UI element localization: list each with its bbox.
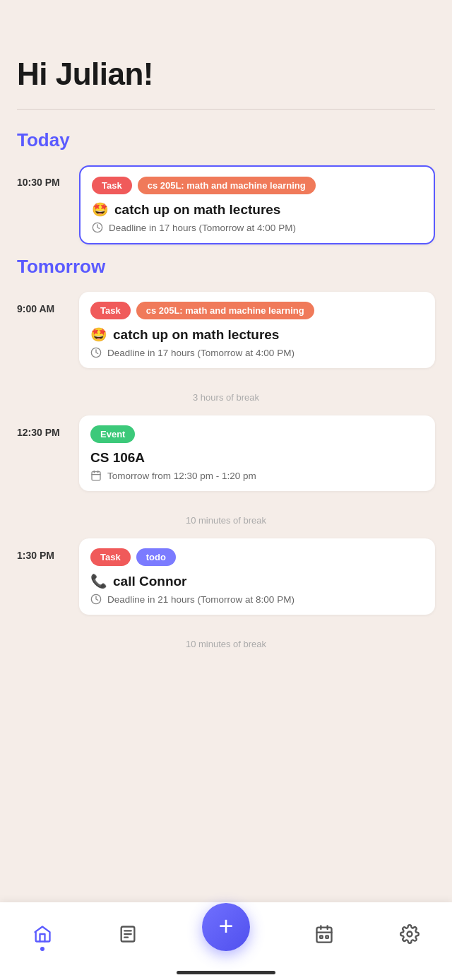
card-title-math-lectures-tomorrow: 🤩 catch up on math lectures [90,326,424,343]
emoji-tired-1: 🤩 [92,201,109,218]
clock-icon-2 [90,347,102,358]
tag-group-1: Task cs 205L: math and machine learning [92,177,422,194]
home-svg [32,924,52,944]
svg-point-17 [407,932,412,937]
tag-event-1: Event [90,425,135,443]
calendar-nav-svg [314,924,334,944]
time-label-1230pm: 12:30 PM [17,415,68,438]
tag-group-3: Event [90,425,424,443]
svg-rect-15 [320,935,323,938]
nav-tasks[interactable] [117,923,139,945]
emoji-phone: 📞 [90,573,107,589]
time-label-130pm: 1:30 PM [17,538,68,561]
tag-task-2: Task [90,302,131,319]
home-indicator-bar [177,971,275,974]
clock-icon-3 [90,594,102,605]
task-card-tomorrow-math[interactable]: Task cs 205L: math and machine learning … [79,292,435,368]
home-active-dot [40,947,44,951]
card-subtitle-deadline-2: Deadline in 17 hours (Tomorrow at 4:00 P… [90,347,424,358]
card-title-cs106a: CS 106A [90,450,424,466]
tag-task-1: Task [92,177,132,194]
clock-icon-1 [92,222,103,233]
schedule-item-tomorrow-cs106a[interactable]: 12:30 PM Event CS 106A Tomorrow from 12:… [17,415,435,491]
nav-fab-container: + [202,910,250,958]
calendar-icon-1 [90,470,102,481]
nav-calendar[interactable] [313,923,335,945]
nav-settings[interactable] [398,923,421,945]
svg-rect-11 [316,928,331,943]
tasks-icon [117,923,139,945]
home-icon [31,923,54,945]
tag-group-4: Task todo [90,548,424,566]
schedule-item-tomorrow-1[interactable]: 9:00 AM Task cs 205L: math and machine l… [17,292,435,368]
header-divider [17,109,435,110]
card-subtitle-cs106a: Tomorrow from 12:30 pm - 1:20 pm [90,470,424,481]
tag-task-3: Task [90,548,131,566]
section-today: Today 10:30 PM Task cs 205L: math and ma… [17,129,435,244]
event-card-cs106a[interactable]: Event CS 106A Tomorrow from 12:30 pm - 1… [79,415,435,491]
tag-todo-1: todo [136,548,176,566]
card-title-call-connor: 📞 call Connor [90,573,424,589]
card-title-math-lectures-today: 🤩 catch up on math lectures [92,201,422,218]
tag-course-2: cs 205L: math and machine learning [136,302,314,319]
calendar-nav-icon [313,923,335,945]
time-label-1030pm: 10:30 PM [17,165,68,188]
card-subtitle-deadline-1: Deadline in 17 hours (Tomorrow at 4:00 P… [92,222,422,233]
emoji-tired-2: 🤩 [90,326,107,343]
fab-plus-icon: + [218,914,233,939]
tag-group-2: Task cs 205L: math and machine learning [90,302,424,319]
schedule-item-today-1[interactable]: 10:30 PM Task cs 205L: math and machine … [17,165,435,244]
fab-add-button[interactable]: + [202,903,250,951]
section-tomorrow: Tomorrow 9:00 AM Task cs 205L: math and … [17,256,435,662]
tasks-svg [118,924,138,944]
card-subtitle-call-connor: Deadline in 21 hours (Tomorrow at 8:00 P… [90,594,424,605]
break-label-10min-1: 10 minutes of break [17,502,435,538]
break-label-3hours: 3 hours of break [17,379,435,415]
schedule-item-tomorrow-call-connor[interactable]: 1:30 PM Task todo 📞 call Connor Deadline… [17,538,435,615]
bottom-nav: + [0,902,452,980]
settings-svg [400,924,420,944]
svg-rect-16 [326,935,328,938]
break-label-10min-2: 10 minutes of break [17,626,435,662]
tag-course-1: cs 205L: math and machine learning [138,177,316,194]
settings-icon [398,923,421,945]
page-content: Hi Julian! Today 10:30 PM Task cs 205L: … [0,0,452,747]
time-label-900am: 9:00 AM [17,292,68,314]
task-card-today-math[interactable]: Task cs 205L: math and machine learning … [79,165,435,244]
svg-rect-2 [92,472,100,480]
greeting-heading: Hi Julian! [17,57,435,92]
section-tomorrow-title: Tomorrow [17,256,435,278]
task-card-call-connor[interactable]: Task todo 📞 call Connor Deadline in 21 h… [79,538,435,615]
section-today-title: Today [17,129,435,151]
nav-home[interactable] [31,923,54,945]
